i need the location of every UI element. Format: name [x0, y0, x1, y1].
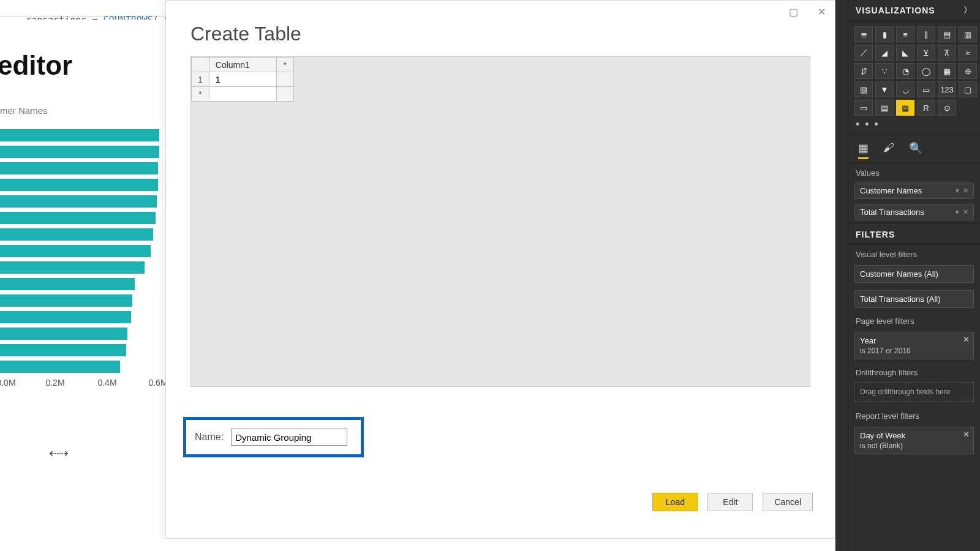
viz-card-icon[interactable]: ▭ [854, 100, 873, 116]
viz-ribbon-icon[interactable]: ≈ [959, 45, 977, 61]
bar[interactable] [0, 344, 126, 356]
viz-stacked100-col-icon[interactable]: ▥ [959, 26, 977, 42]
column-header[interactable]: Column1 [209, 58, 276, 72]
viz-stacked-col-icon[interactable]: ▮ [875, 26, 894, 42]
bar[interactable] [0, 195, 157, 208]
filter-title: Day of Week [860, 431, 968, 440]
maximize-icon[interactable]: ▢ [785, 4, 802, 19]
edit-button[interactable]: Edit [707, 493, 753, 511]
fields-tab-icon[interactable]: ▦ [858, 141, 869, 159]
bar[interactable] [0, 278, 135, 290]
table-name-input[interactable] [231, 429, 347, 446]
name-field-highlight: Name: [183, 417, 364, 457]
axis-tick: 0.2M [45, 378, 64, 388]
axis-tick: 0.4M [97, 378, 116, 388]
report-filter-day-of-week[interactable]: ✕ Day of Week is not (Blank) [854, 427, 974, 454]
chevron-down-icon[interactable]: ▾ [956, 187, 959, 195]
grid-cell-empty[interactable] [209, 87, 276, 102]
viz-multi-card-icon[interactable]: ▭ [917, 81, 935, 97]
field-label: Total Transactions [860, 208, 924, 217]
add-row-icon[interactable]: * [192, 87, 209, 102]
bar[interactable] [0, 179, 158, 191]
chevron-down-icon[interactable]: ▾ [956, 208, 959, 216]
viz-area-icon[interactable]: ◢ [875, 45, 894, 61]
data-grid[interactable]: Column1 * 1 1 * [191, 57, 294, 102]
bar[interactable] [0, 328, 127, 340]
format-tab-icon[interactable]: 🖌 [883, 141, 894, 159]
analytics-tab-icon[interactable]: 🔍 [909, 141, 922, 159]
remove-field-icon[interactable]: ✕ [963, 208, 968, 216]
bar[interactable] [0, 245, 151, 257]
viz-r-icon[interactable]: R [917, 100, 935, 116]
viz-kpi-icon[interactable]: 123 [938, 81, 956, 97]
chart-axis-label: mer Names [0, 105, 165, 116]
report-canvas[interactable]: editor mer Names 0.0M 0.2M 0.4M 0.6M ⇠⇢ [0, 20, 165, 551]
grid-corner[interactable] [192, 58, 209, 72]
bar-chart[interactable] [0, 129, 165, 373]
viz-matrix-icon[interactable]: ▦ [896, 100, 914, 116]
field-customer-names[interactable]: Customer Names ▾✕ [854, 182, 974, 199]
filter-title: Total Transactions (All) [860, 294, 968, 304]
bar[interactable] [0, 162, 158, 174]
bar[interactable] [0, 146, 159, 158]
collapse-pane-icon[interactable]: 〉 [963, 5, 973, 16]
field-total-transactions[interactable]: Total Transactions ▾✕ [854, 204, 974, 220]
viz-funnel-icon[interactable]: ▼ [875, 81, 894, 97]
viz-pie-icon[interactable]: ◔ [896, 63, 914, 79]
viz-clustered-col-icon[interactable]: ∥ [917, 26, 935, 42]
name-label: Name: [195, 432, 224, 443]
resize-handle-icon[interactable]: ⇠⇢ [49, 446, 67, 460]
bar[interactable] [0, 311, 131, 323]
add-column-icon[interactable]: * [276, 58, 293, 72]
pane-collapse-strip[interactable] [835, 0, 848, 551]
remove-field-icon[interactable]: ✕ [963, 187, 968, 195]
viz-scatter-icon[interactable]: ∵ [875, 63, 894, 79]
grid-cell[interactable]: 1 [209, 72, 276, 87]
visualizations-pane: VISUALIZATIONS 〉 ≣▮≡∥▤▥／◢◣⊻⊼≈⇵∵◔◯▦⊕▧▼◡▭1… [848, 0, 980, 551]
viz-donut-icon[interactable]: ◯ [917, 63, 935, 79]
filter-subtitle: is 2017 or 2016 [860, 347, 968, 355]
bar[interactable] [0, 294, 132, 307]
viz-stacked100-bar-icon[interactable]: ▤ [938, 26, 956, 42]
viz-line-col2-icon[interactable]: ⊼ [938, 45, 956, 61]
drillthrough-drop-zone[interactable]: Drag drillthrough fields here [854, 382, 974, 402]
viz-gauge-icon[interactable]: ◡ [896, 81, 914, 97]
bar[interactable] [0, 261, 145, 274]
bar[interactable] [0, 129, 159, 141]
remove-filter-icon[interactable]: ✕ [963, 430, 970, 439]
visual-filter-total-transactions[interactable]: Total Transactions (All) [854, 290, 974, 308]
visualizations-header: VISUALIZATIONS [856, 6, 935, 15]
page-filter-year[interactable]: ✕ Year is 2017 or 2016 [854, 332, 974, 359]
viz-treemap-icon[interactable]: ▦ [938, 63, 956, 79]
viz-py-icon[interactable]: ⊙ [938, 100, 956, 116]
row-index[interactable]: 1 [192, 72, 209, 87]
bar[interactable] [0, 361, 120, 373]
viz-line-icon[interactable]: ／ [854, 45, 873, 61]
more-visuals-icon[interactable]: • • • [848, 118, 980, 135]
bar[interactable] [0, 212, 156, 224]
cancel-button[interactable]: Cancel [763, 493, 813, 511]
visual-filters-label: Visual level filters [848, 245, 980, 261]
viz-clustered-bar-icon[interactable]: ≡ [896, 26, 914, 42]
viz-table-icon-icon[interactable]: ▤ [875, 100, 894, 116]
viz-line-col-icon[interactable]: ⊻ [917, 45, 935, 61]
viz-waterfall-icon[interactable]: ⇵ [854, 63, 873, 79]
bar[interactable] [0, 228, 153, 241]
filter-subtitle: is not (Blank) [860, 441, 968, 450]
filters-header: FILTERS [848, 223, 980, 245]
create-table-dialog: ▢ ✕ Create Table Column1 * 1 1 * [165, 0, 835, 539]
load-button[interactable]: Load [652, 493, 698, 511]
grid-cell-empty[interactable] [276, 87, 293, 102]
close-icon[interactable]: ✕ [813, 4, 830, 19]
visual-filter-customer-names[interactable]: Customer Names (All) [854, 265, 974, 283]
viz-stacked-bar-icon[interactable]: ≣ [854, 26, 873, 42]
viz-slicer-icon[interactable]: ▢ [959, 81, 977, 97]
table-grid-area[interactable]: Column1 * 1 1 * [190, 56, 810, 387]
viz-filled-map-icon[interactable]: ▧ [854, 81, 873, 97]
viz-stacked-area-icon[interactable]: ◣ [896, 45, 914, 61]
viz-map-icon[interactable]: ⊕ [959, 63, 977, 79]
remove-filter-icon[interactable]: ✕ [963, 335, 970, 344]
dialog-title: Create Table [190, 23, 835, 45]
report-filters-label: Report level filters [848, 407, 980, 423]
grid-cell-empty[interactable] [276, 72, 293, 87]
